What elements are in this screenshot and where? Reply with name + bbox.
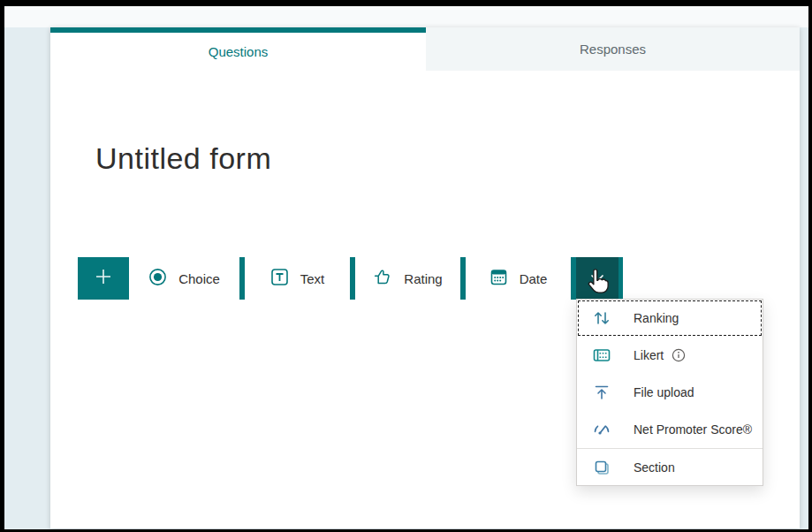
thumbs-up-icon: [373, 268, 392, 290]
menu-item-section-label: Section: [634, 460, 675, 475]
date-button[interactable]: Date: [466, 257, 571, 300]
tab-responses-label: Responses: [580, 42, 646, 57]
menu-item-likert-label: Likert: [634, 348, 664, 362]
form-title[interactable]: Untitled form: [95, 141, 271, 176]
menu-item-ranking-label: Ranking: [634, 311, 679, 325]
menu-item-file-upload[interactable]: File upload: [577, 374, 763, 411]
question-type-menu: Ranking Likert File upload Net Promoter …: [576, 299, 763, 486]
upload-icon: [592, 383, 611, 402]
ranking-arrows-icon: [592, 308, 611, 328]
section-pages-icon: [592, 458, 611, 477]
radio-icon: [148, 268, 167, 289]
add-question-toolbar: Choice Text Rating Date: [78, 257, 623, 300]
info-icon[interactable]: [672, 348, 686, 362]
window-top-strip: [4, 6, 808, 27]
menu-item-nps-label: Net Promoter Score®: [634, 422, 752, 437]
menu-item-file-upload-label: File upload: [634, 385, 694, 399]
add-question-button[interactable]: [78, 257, 129, 300]
menu-item-nps[interactable]: Net Promoter Score®: [577, 411, 763, 448]
choice-button-label: Choice: [178, 271, 220, 286]
text-button[interactable]: Text: [245, 257, 350, 300]
plus-icon: [93, 266, 114, 291]
text-box-icon: [270, 268, 289, 289]
gauge-icon: [592, 420, 611, 439]
calendar-icon: [489, 268, 508, 289]
forms-app-window: Questions Responses Untitled form Choice…: [0, 0, 812, 532]
menu-item-likert[interactable]: Likert: [577, 337, 763, 374]
tab-responses[interactable]: Responses: [426, 27, 800, 71]
choice-button[interactable]: Choice: [129, 257, 239, 300]
tab-questions-label: Questions: [209, 44, 269, 59]
rating-button[interactable]: Rating: [355, 257, 460, 300]
tab-questions[interactable]: Questions: [50, 27, 426, 71]
date-button-label: Date: [520, 271, 548, 286]
rating-button-label: Rating: [404, 271, 442, 286]
chevron-down-icon: [590, 270, 604, 286]
menu-item-section[interactable]: Section: [577, 448, 763, 485]
text-button-label: Text: [300, 271, 325, 286]
more-question-types-button[interactable]: [576, 257, 618, 300]
menu-item-ranking[interactable]: Ranking: [577, 300, 763, 337]
likert-grid-icon: [592, 346, 611, 365]
